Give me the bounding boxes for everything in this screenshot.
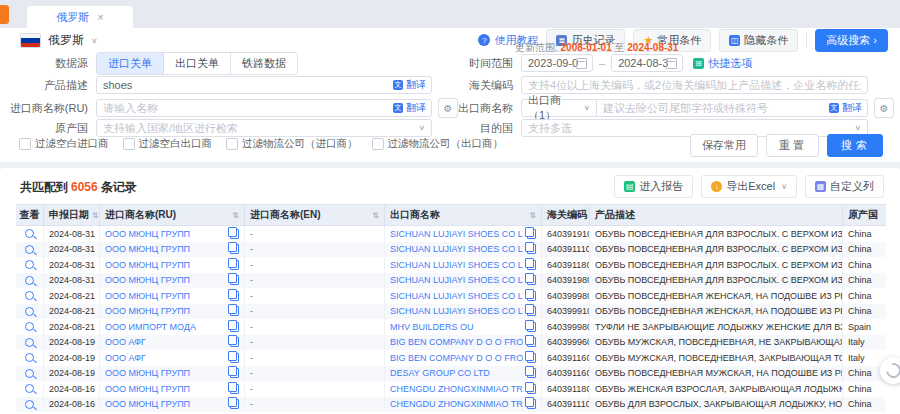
importer-ru-link[interactable]: ООО МЮНЦ ГРУПП bbox=[105, 244, 190, 254]
col-date[interactable]: 申报日期 ⇅ bbox=[44, 204, 100, 226]
copy-icon[interactable] bbox=[230, 291, 239, 301]
translate-button[interactable]: 文 翻译 bbox=[393, 101, 426, 115]
quick-options-button[interactable]: ⊞ 快捷选项 bbox=[693, 56, 752, 71]
sort-icon[interactable]: ⇅ bbox=[92, 211, 99, 220]
exporter-link[interactable]: DESAY GROUP CO LTD bbox=[390, 368, 490, 378]
magnifier-icon[interactable] bbox=[25, 260, 34, 269]
exporter-type-select[interactable]: 出口商（1） ∨ bbox=[521, 99, 597, 117]
copy-icon[interactable] bbox=[230, 229, 239, 239]
copy-icon[interactable] bbox=[527, 306, 536, 316]
filter-logistics-exporter[interactable]: 过滤物流公司（出口商） bbox=[372, 137, 504, 151]
copy-icon[interactable] bbox=[527, 244, 536, 254]
export-excel-button[interactable]: ↓ 导出Excel ∨ bbox=[701, 175, 797, 198]
copy-icon[interactable] bbox=[230, 368, 239, 378]
exporter-input[interactable] bbox=[597, 99, 868, 117]
reset-button[interactable]: 重置 bbox=[766, 134, 819, 157]
copy-icon[interactable] bbox=[527, 384, 536, 394]
col-importer-en[interactable]: 进口商名称(EN)⇅ bbox=[245, 204, 385, 226]
importer-ru-link[interactable]: ООО АФГ bbox=[105, 353, 146, 363]
magnifier-icon[interactable] bbox=[25, 400, 34, 409]
importer-ru-link[interactable]: ООО ИМПОРТ МОДА bbox=[105, 322, 196, 332]
filter-blank-exporter[interactable]: 过滤空白出口商 bbox=[123, 137, 213, 151]
exporter-link[interactable]: CHENGDU ZHONGXINMIAO TRADING C bbox=[390, 384, 523, 394]
importer-ru-link[interactable]: ООО МЮНЦ ГРУПП bbox=[105, 229, 190, 239]
exporter-link[interactable]: SICHUAN LUJIAYI SHOES CO LTD bbox=[390, 260, 523, 270]
search-button[interactable]: 搜索 bbox=[827, 134, 883, 157]
copy-icon[interactable] bbox=[527, 322, 536, 332]
exporter-link[interactable]: MHV BUILDERS OU bbox=[390, 322, 474, 332]
col-exporter[interactable]: 出口商名称⇅ bbox=[385, 204, 542, 226]
hs-code-input[interactable] bbox=[521, 76, 868, 94]
hide-conditions-button[interactable]: ◫ 隐藏条件 bbox=[719, 29, 798, 52]
exporter-link[interactable]: CHENGDU ZHONGXINMIAO TRADING C bbox=[390, 399, 523, 409]
copy-icon[interactable] bbox=[527, 229, 536, 239]
copy-icon[interactable] bbox=[230, 306, 239, 316]
copy-icon[interactable] bbox=[230, 322, 239, 332]
magnifier-icon[interactable] bbox=[25, 322, 34, 331]
sort-icon[interactable]: ⇅ bbox=[529, 211, 536, 220]
exporter-link[interactable]: SICHUAN LUJIAYI SHOES CO LTD bbox=[390, 306, 523, 316]
advanced-search-button[interactable]: 高级搜索 › bbox=[815, 29, 888, 52]
col-importer-ru[interactable]: 进口商名称(RU)⇅ bbox=[100, 204, 245, 226]
magnifier-icon[interactable] bbox=[25, 276, 34, 285]
enter-report-button[interactable]: ▤ 进入报告 bbox=[614, 175, 693, 198]
product-desc-input[interactable] bbox=[96, 76, 432, 94]
tab-railway-data[interactable]: 铁路数据 bbox=[231, 53, 297, 74]
exporter-link[interactable]: SICHUAN LUJIAYI SHOES CO LTD bbox=[390, 275, 523, 285]
copy-icon[interactable] bbox=[527, 291, 536, 301]
filter-logistics-importer[interactable]: 过滤物流公司（进口商） bbox=[226, 137, 358, 151]
importer-ru-link[interactable]: ООО МЮНЦ ГРУПП bbox=[105, 275, 190, 285]
customize-columns-button[interactable]: ▦ 自定义列 bbox=[805, 175, 884, 198]
exporter-settings-button[interactable]: ⚙ bbox=[874, 98, 894, 118]
importer-ru-link[interactable]: ООО МЮНЦ ГРУПП bbox=[105, 399, 190, 409]
copy-icon[interactable] bbox=[527, 275, 536, 285]
copy-icon[interactable] bbox=[230, 275, 239, 285]
translate-button[interactable]: 文 翻译 bbox=[393, 78, 426, 92]
floating-helper-button[interactable] bbox=[880, 357, 900, 384]
tab-import-declaration[interactable]: 进口关单 bbox=[97, 53, 164, 74]
exporter-link[interactable]: SICHUAN LUJIAYI SHOES CO LTD bbox=[390, 291, 523, 301]
sort-icon[interactable]: ⇅ bbox=[232, 211, 239, 220]
magnifier-icon[interactable] bbox=[25, 338, 34, 347]
origin-select[interactable]: 支持输入国家/地区进行检索 ∨ bbox=[96, 119, 432, 137]
importer-ru-link[interactable]: ООО АФГ bbox=[105, 337, 146, 347]
importer-input[interactable] bbox=[96, 99, 432, 117]
copy-icon[interactable] bbox=[527, 353, 536, 363]
copy-icon[interactable] bbox=[230, 337, 239, 347]
copy-icon[interactable] bbox=[230, 260, 239, 270]
copy-icon[interactable] bbox=[527, 337, 536, 347]
sidebar-handle[interactable] bbox=[0, 5, 9, 24]
exporter-link[interactable]: SICHUAN LUJIAYI SHOES CO LTD bbox=[390, 244, 523, 254]
copy-icon[interactable] bbox=[230, 399, 239, 409]
copy-icon[interactable] bbox=[527, 260, 536, 270]
translate-button[interactable]: 文 翻译 bbox=[829, 101, 862, 115]
exporter-link[interactable]: SICHUAN LUJIAYI SHOES CO LTD bbox=[390, 229, 523, 239]
close-icon[interactable]: × bbox=[97, 11, 103, 23]
sort-icon[interactable]: ⇅ bbox=[372, 211, 379, 220]
magnifier-icon[interactable] bbox=[25, 369, 34, 378]
magnifier-icon[interactable] bbox=[25, 384, 34, 393]
importer-ru-link[interactable]: ООО МЮНЦ ГРУПП bbox=[105, 384, 190, 394]
exporter-link[interactable]: BIG BEN COMPANY D O O FROM BEST T bbox=[390, 337, 523, 347]
magnifier-icon[interactable] bbox=[25, 229, 34, 238]
importer-ru-link[interactable]: ООО МЮНЦ ГРУПП bbox=[105, 368, 190, 378]
magnifier-icon[interactable] bbox=[25, 245, 34, 254]
exporter-link[interactable]: BIG BEN COMPANY D O O FROM BEST T bbox=[390, 353, 523, 363]
country-selector[interactable]: 俄罗斯 ∨ bbox=[20, 32, 98, 49]
magnifier-icon[interactable] bbox=[25, 307, 34, 316]
copy-icon[interactable] bbox=[230, 244, 239, 254]
magnifier-icon[interactable] bbox=[25, 291, 34, 300]
importer-ru-link[interactable]: ООО МЮНЦ ГРУПП bbox=[105, 306, 190, 316]
tab-export-declaration[interactable]: 出口关单 bbox=[164, 53, 231, 74]
copy-icon[interactable] bbox=[230, 384, 239, 394]
copy-icon[interactable] bbox=[527, 399, 536, 409]
save-favorite-button[interactable]: 保存常用 bbox=[690, 134, 758, 157]
filter-blank-importer[interactable]: 过滤空白进口商 bbox=[19, 137, 109, 151]
importer-ru-link[interactable]: ООО МЮНЦ ГРУПП bbox=[105, 260, 190, 270]
copy-icon[interactable] bbox=[527, 368, 536, 378]
tab-russia[interactable]: 俄罗斯 × bbox=[27, 6, 133, 28]
importer-en-cell: - bbox=[245, 319, 385, 335]
copy-icon[interactable] bbox=[230, 353, 239, 363]
importer-ru-link[interactable]: ООО МЮНЦ ГРУПП bbox=[105, 291, 190, 301]
magnifier-icon[interactable] bbox=[25, 353, 34, 362]
